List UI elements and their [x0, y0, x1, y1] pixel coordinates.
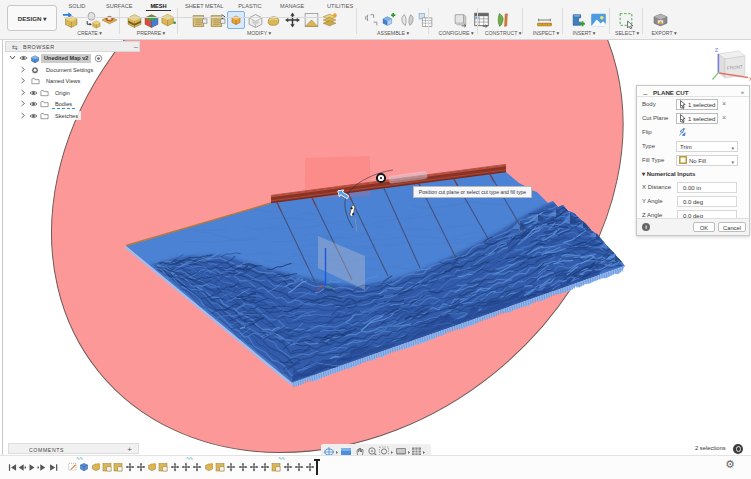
svg-text:Z: Z	[715, 47, 718, 53]
